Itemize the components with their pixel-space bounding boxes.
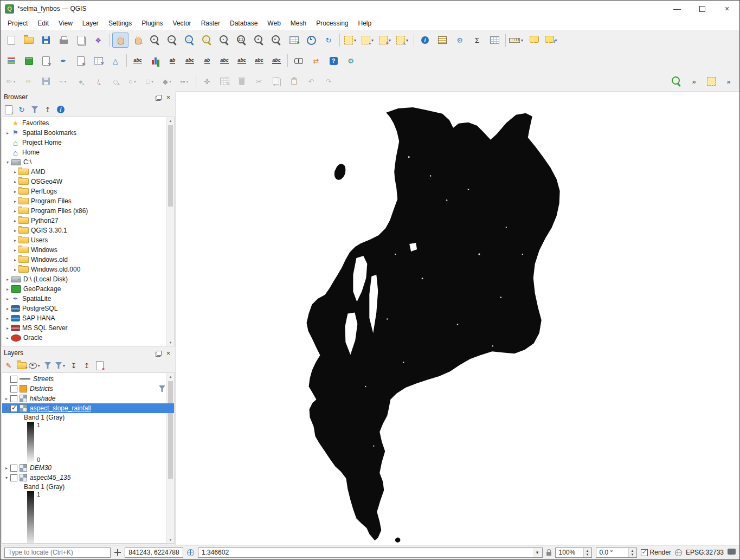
dropdown-arrow[interactable] — [37, 359, 41, 371]
dropdown-arrow[interactable] — [353, 33, 357, 48]
search-toolbox[interactable] — [668, 74, 685, 89]
scale-lock-icon[interactable] — [546, 552, 551, 556]
spinner-buttons[interactable] — [628, 548, 636, 557]
menu-project[interactable]: Project — [3, 18, 33, 29]
layer-checkbox[interactable] — [10, 395, 17, 402]
close-button[interactable]: × — [715, 1, 739, 17]
zoom-to-layer[interactable]: ▪ — [216, 33, 233, 48]
dropdown-arrow[interactable] — [62, 359, 66, 371]
filter-legend[interactable] — [42, 359, 54, 371]
tree-item[interactable]: SpatiaLite — [2, 294, 174, 304]
scroll-down-icon[interactable] — [167, 339, 174, 346]
osm-place-search[interactable] — [291, 53, 307, 68]
show-hidden-labels[interactable]: ab — [199, 53, 215, 68]
expand-arrow[interactable] — [3, 475, 10, 480]
tree-item[interactable]: Windows — [2, 245, 174, 255]
filter-browser[interactable] — [29, 104, 41, 115]
spinner-buttons[interactable] — [583, 548, 591, 557]
highlight-pinned-labels[interactable]: abc — [182, 53, 198, 68]
style-manager[interactable]: ❖ — [90, 33, 106, 48]
crs-icon[interactable] — [675, 549, 682, 556]
pin-labels[interactable]: ab — [164, 53, 181, 68]
tree-item[interactable]: C:\ — [2, 157, 174, 167]
expand-arrow[interactable] — [12, 170, 18, 175]
data-source-manager[interactable] — [3, 53, 20, 68]
temporal-controller[interactable] — [303, 33, 319, 48]
browser-panel-header[interactable]: Browser × — [1, 92, 176, 102]
processing-toolbox[interactable]: ⚙ — [343, 53, 359, 68]
tree-item[interactable]: Oracle — [2, 333, 174, 343]
layout-manager[interactable] — [73, 33, 89, 48]
expand-arrow[interactable] — [12, 199, 18, 204]
tree-item[interactable]: D:\ (Local Disk) — [2, 274, 174, 284]
zoom-next[interactable]: ▸ — [268, 33, 285, 48]
close-panel-button[interactable]: × — [164, 349, 172, 357]
tree-item[interactable]: Program Files — [2, 196, 174, 206]
expand-all[interactable]: ↧ — [68, 359, 80, 371]
layer-checkbox[interactable] — [10, 405, 17, 412]
deselect-features[interactable]: × — [377, 33, 394, 48]
scroll-thumb[interactable] — [168, 125, 173, 207]
zoom-last[interactable]: ◂ — [251, 33, 267, 48]
metasearch[interactable]: ⇄ — [308, 53, 324, 68]
menu-edit[interactable]: Edit — [33, 18, 54, 29]
expand-arrow[interactable] — [3, 406, 10, 411]
expand-arrow[interactable] — [4, 316, 11, 321]
toolbar-overflow-2[interactable]: » — [720, 74, 737, 89]
render-checkbox[interactable]: Render — [641, 549, 671, 556]
tree-item[interactable]: QGIS 3.30.1 — [2, 226, 174, 235]
expand-arrow[interactable] — [4, 306, 11, 311]
undo[interactable]: ↶ — [303, 74, 319, 89]
tree-item[interactable]: Project Home — [2, 138, 174, 147]
select-tool-plugin[interactable] — [703, 74, 719, 89]
layer-item[interactable]: Districts — [2, 384, 174, 394]
menu-plugins[interactable]: Plugins — [137, 18, 168, 29]
menu-mesh[interactable]: Mesh — [286, 18, 311, 29]
select-features[interactable] — [343, 33, 359, 48]
current-edits[interactable]: ✏ — [3, 74, 20, 89]
expand-arrow[interactable] — [4, 297, 11, 301]
scale-combo[interactable]: 1:346602 — [198, 548, 543, 558]
copy-features[interactable] — [268, 74, 285, 89]
float-panel-button[interactable] — [155, 93, 163, 101]
new-temporary-scratch-layer[interactable]: ✱ — [73, 53, 89, 68]
expand-arrow[interactable] — [4, 326, 11, 331]
expand-arrow[interactable] — [3, 396, 10, 401]
manage-map-themes[interactable] — [29, 359, 41, 371]
select-features-by-value[interactable]: ≡ — [360, 33, 376, 48]
tree-item[interactable]: Windows.old — [2, 255, 174, 265]
expand-arrow[interactable] — [4, 160, 11, 165]
layer-checkbox[interactable] — [10, 376, 17, 383]
expand-arrow[interactable] — [12, 218, 18, 223]
menu-settings[interactable]: Settings — [104, 18, 137, 29]
menu-view[interactable]: View — [54, 18, 78, 29]
expand-arrow[interactable] — [12, 209, 18, 214]
expand-arrow[interactable] — [12, 238, 18, 243]
label-properties[interactable]: abc — [268, 53, 285, 68]
menu-vector[interactable]: Vector — [168, 18, 196, 29]
print-layout[interactable] — [55, 33, 72, 48]
layer-item[interactable]: Streets — [2, 374, 174, 384]
paste-features[interactable] — [286, 74, 302, 89]
toggle-editing[interactable]: ✏ — [21, 74, 37, 89]
layer-checkbox[interactable] — [10, 465, 17, 472]
diagram-options[interactable] — [147, 53, 163, 68]
browser-scrollbar[interactable] — [166, 117, 174, 346]
layers-panel-header[interactable]: Layers × — [1, 347, 176, 358]
dropdown-arrow[interactable] — [185, 74, 190, 89]
tree-item[interactable]: PostgreSQL — [2, 304, 174, 313]
add-rectangle[interactable]: □ — [142, 74, 158, 89]
move-label[interactable]: abc — [216, 53, 233, 68]
magnifier-spinbox[interactable]: 100% — [555, 548, 592, 558]
tree-item[interactable]: Favorites — [2, 118, 174, 128]
refresh-map[interactable]: ↻ — [320, 33, 337, 48]
scroll-down-icon[interactable] — [167, 536, 174, 543]
digitize-with-curve[interactable]: ~ — [55, 74, 72, 89]
render-check-icon[interactable] — [641, 549, 648, 556]
run-feature-action[interactable]: ⚙ — [452, 33, 468, 48]
zoom-full-extent[interactable]: □ — [182, 33, 198, 48]
expand-arrow[interactable] — [12, 258, 18, 262]
menu-web[interactable]: Web — [262, 18, 285, 29]
expand-arrow[interactable] — [12, 228, 18, 233]
vertex-tool[interactable]: ▪▪ — [177, 74, 193, 89]
